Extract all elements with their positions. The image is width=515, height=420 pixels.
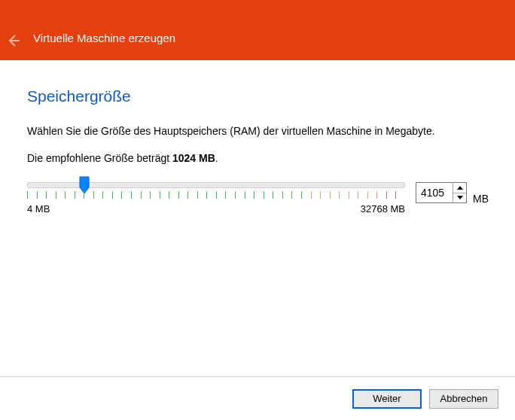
memory-row: 4 MB 32768 MB MB	[27, 182, 488, 215]
recommended-prefix: Die empfohlene Größe beträgt	[27, 152, 172, 164]
slider-ticks	[27, 191, 405, 199]
slider-labels: 4 MB 32768 MB	[27, 203, 405, 215]
slider-min-label: 4 MB	[27, 203, 50, 215]
memory-slider[interactable]: 4 MB 32768 MB	[27, 182, 405, 215]
slider-fill	[28, 183, 84, 187]
wizard-title: Virtuelle Maschine erzeugen	[33, 32, 175, 44]
slider-max-label: 32768 MB	[361, 203, 405, 215]
wizard-footer: Weiter Abbrechen	[0, 376, 515, 420]
memory-input[interactable]	[416, 183, 453, 202]
recommended-value: 1024 MB	[172, 152, 215, 164]
back-arrow-icon[interactable]	[6, 33, 21, 48]
cancel-button[interactable]: Abbrechen	[429, 389, 498, 409]
spinner-down-icon[interactable]	[453, 193, 466, 203]
memory-unit: MB	[473, 193, 489, 205]
page-heading: Speichergröße	[27, 87, 488, 105]
memory-spinner[interactable]	[416, 182, 467, 203]
next-button[interactable]: Weiter	[352, 389, 422, 409]
page-description: Wählen Sie die Größe des Hauptspeichers …	[27, 125, 488, 137]
recommended-size: Die empfohlene Größe beträgt 1024 MB.	[27, 152, 488, 164]
slider-track[interactable]	[27, 182, 405, 188]
spinner-up-icon[interactable]	[453, 183, 466, 193]
wizard-panel: Speichergröße Wählen Sie die Größe des H…	[0, 60, 515, 215]
wizard-header: Virtuelle Maschine erzeugen	[0, 0, 515, 60]
recommended-suffix: .	[215, 152, 218, 164]
